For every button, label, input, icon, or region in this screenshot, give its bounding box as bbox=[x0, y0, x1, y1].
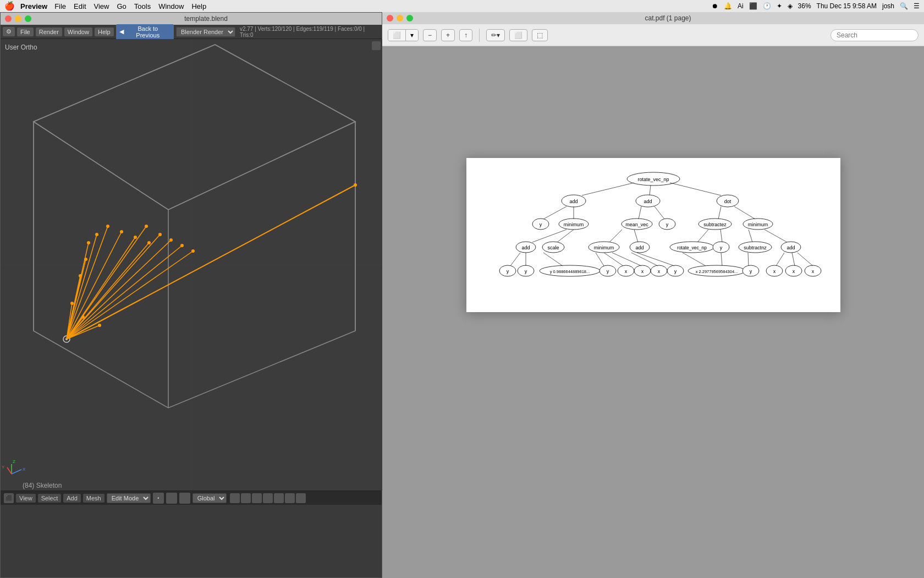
svg-text:Y: Y bbox=[2, 465, 5, 470]
rotate-icon: ⬚ bbox=[537, 31, 543, 39]
vertex-mode-icon[interactable]: • bbox=[153, 493, 164, 504]
svg-text:x: x bbox=[792, 269, 795, 274]
xray-icon[interactable] bbox=[274, 493, 284, 503]
annotate-chevron: ▾ bbox=[497, 31, 500, 39]
menu-go[interactable]: Go bbox=[117, 2, 126, 10]
svg-line-103 bbox=[721, 230, 722, 242]
viewport-icon: ⬛ bbox=[6, 495, 12, 501]
svg-line-134 bbox=[543, 253, 563, 266]
mesh-btn[interactable]: Mesh bbox=[83, 494, 105, 503]
svg-point-30 bbox=[158, 233, 162, 236]
list-icon[interactable]: ☰ bbox=[914, 2, 920, 10]
svg-line-78 bbox=[639, 206, 641, 219]
menu-view[interactable]: View bbox=[94, 2, 109, 10]
copy-button[interactable]: ⬜ bbox=[509, 29, 527, 41]
search-input[interactable] bbox=[831, 29, 919, 41]
svg-point-44 bbox=[98, 324, 101, 327]
zoom-in-button[interactable]: + bbox=[441, 29, 455, 41]
svg-text:y: y bbox=[666, 222, 668, 227]
help-menu-btn[interactable]: Help bbox=[95, 28, 114, 36]
view-btn[interactable]: View bbox=[16, 494, 36, 503]
close-button[interactable] bbox=[5, 15, 12, 22]
svg-line-81 bbox=[734, 206, 755, 219]
viewport-corner-button[interactable] bbox=[372, 41, 381, 50]
zoom-out-button[interactable]: − bbox=[423, 29, 437, 41]
preview-close-button[interactable] bbox=[387, 15, 393, 21]
svg-point-33 bbox=[191, 249, 195, 253]
svg-text:y: y bbox=[539, 222, 542, 227]
svg-text:y: y bbox=[719, 245, 722, 250]
coord-system-select[interactable]: Global bbox=[193, 493, 227, 503]
viewport-mode-icon[interactable]: ⬛ bbox=[4, 493, 14, 503]
svg-point-34 bbox=[147, 241, 151, 244]
maximize-button[interactable] bbox=[25, 15, 31, 22]
app-name[interactable]: Preview bbox=[20, 2, 47, 10]
render-label: Render bbox=[39, 29, 59, 35]
preview-maximize-button[interactable] bbox=[406, 15, 413, 21]
render-menu-btn[interactable]: Render bbox=[36, 28, 62, 36]
proportional-icon[interactable] bbox=[241, 493, 251, 503]
svg-point-40 bbox=[84, 258, 87, 261]
zoom-in-icon: + bbox=[446, 31, 450, 39]
edge-mode-icon[interactable] bbox=[166, 493, 177, 504]
svg-text:mean_vec: mean_vec bbox=[625, 222, 648, 227]
rotate-button[interactable]: ⬚ bbox=[532, 29, 548, 41]
blender-window-title: template.blend bbox=[35, 15, 377, 23]
svg-point-31 bbox=[169, 238, 173, 242]
blender-bottom-toolbar: ⬛ View Select Add Mesh Edit Mode • bbox=[1, 490, 382, 505]
apple-menu[interactable]: 🍎 bbox=[4, 1, 15, 11]
battery-label: 36% bbox=[798, 2, 811, 10]
blender-icon-btn[interactable]: ⚙ bbox=[3, 27, 15, 36]
shading-icon[interactable] bbox=[263, 493, 273, 503]
menu-help[interactable]: Help bbox=[191, 2, 206, 10]
window-menu-btn[interactable]: Window bbox=[64, 28, 92, 36]
face-mode-icon[interactable] bbox=[179, 493, 190, 504]
back-to-previous-button[interactable]: ◀ Back to Previous bbox=[116, 24, 174, 40]
file-menu-btn[interactable]: File bbox=[17, 28, 34, 36]
menu-tools[interactable]: Tools bbox=[134, 2, 151, 10]
svg-point-36 bbox=[120, 230, 123, 233]
select-btn[interactable]: Select bbox=[38, 494, 62, 503]
blender-logo-icon: ⚙ bbox=[6, 28, 12, 35]
overlay-icon[interactable] bbox=[252, 493, 262, 503]
preview-toolbar: ⬜ ▾ − + ↑ ✏ ▾ ⬜ ⬚ bbox=[382, 24, 924, 46]
menu-file[interactable]: File bbox=[54, 2, 66, 10]
preview-minimize-button[interactable] bbox=[397, 15, 403, 21]
minimize-button[interactable] bbox=[15, 15, 21, 22]
add-btn[interactable]: Add bbox=[63, 494, 81, 503]
blender-3d-viewport[interactable]: User Ortho bbox=[1, 39, 383, 490]
solid-icon[interactable] bbox=[296, 493, 306, 503]
renderer-select[interactable]: Blender Render bbox=[176, 27, 235, 37]
search-icon[interactable]: 🔍 bbox=[900, 2, 908, 10]
svg-line-102 bbox=[697, 230, 708, 242]
wireframe-icon[interactable] bbox=[285, 493, 295, 503]
snap-icon[interactable] bbox=[230, 493, 240, 503]
svg-text:x: x bbox=[811, 269, 814, 274]
preview-content-area[interactable]: rotate_vec_np add add dot bbox=[382, 46, 924, 578]
username: josh bbox=[882, 2, 894, 10]
wifi-icon: ◈ bbox=[788, 2, 793, 10]
menu-window[interactable]: Window bbox=[158, 2, 184, 10]
edit-mode-select[interactable]: Edit Mode bbox=[107, 493, 151, 503]
single-page-btn[interactable]: ⬜ bbox=[388, 30, 406, 41]
menubar-right: ⏺ 🔔 Ai ⬛ 🕐 ✦ ◈ 36% Thu Dec 15 9:58 AM jo… bbox=[712, 0, 920, 12]
svg-text:minimum: minimum bbox=[563, 222, 584, 227]
share-button[interactable]: ↑ bbox=[459, 29, 472, 41]
svg-text:rotate_vec_np: rotate_vec_np bbox=[677, 245, 707, 250]
back-label: Back to Previous bbox=[125, 25, 170, 39]
viewport-mode-label: User Ortho bbox=[5, 43, 37, 51]
svg-line-61 bbox=[582, 183, 634, 195]
svg-line-101 bbox=[634, 230, 638, 242]
annotate-button[interactable]: ✏ ▾ bbox=[486, 29, 505, 41]
svg-text:add: add bbox=[635, 245, 644, 250]
svg-text:minimum: minimum bbox=[747, 222, 768, 227]
screenshot-icon: ⬛ bbox=[749, 2, 757, 10]
svg-line-143 bbox=[776, 253, 784, 266]
svg-line-76 bbox=[543, 206, 566, 219]
pdf-page: rotate_vec_np add add dot bbox=[466, 158, 840, 312]
svg-text:y: y bbox=[506, 269, 509, 274]
menu-edit[interactable]: Edit bbox=[74, 2, 86, 10]
svg-point-38 bbox=[95, 233, 98, 236]
svg-line-139 bbox=[637, 253, 674, 266]
chevron-down-btn[interactable]: ▾ bbox=[406, 30, 418, 41]
